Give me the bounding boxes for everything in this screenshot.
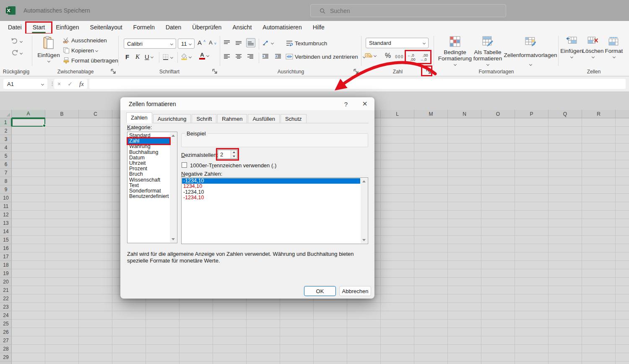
formula-input[interactable]	[89, 79, 626, 89]
scroll-down-arrow[interactable]	[170, 236, 177, 242]
scroll-down-arrow[interactable]	[361, 237, 367, 243]
negative-format-option[interactable]: -1234,10	[182, 178, 360, 184]
ribbon-tab[interactable]: Start	[27, 21, 51, 34]
category-option[interactable]: Wissenschaft	[128, 177, 169, 183]
format-as-table-button[interactable]: Als Tabelle formatieren	[470, 36, 505, 65]
dialog-tab[interactable]: Schutz	[281, 114, 307, 123]
row-header[interactable]: 16	[0, 244, 12, 252]
font-size-select[interactable]: 11	[178, 39, 195, 49]
font-color-button[interactable]: A	[199, 52, 209, 60]
align-top-button[interactable]	[224, 39, 230, 46]
row-header[interactable]: 19	[0, 269, 12, 278]
category-option[interactable]: Währung	[128, 144, 169, 149]
ribbon-tab[interactable]: Hilfe	[307, 21, 330, 34]
dialog-tab[interactable]: Schrift	[192, 114, 216, 123]
ribbon-tab[interactable]: Überprüfen	[187, 21, 227, 34]
selected-cell-a1[interactable]	[12, 118, 45, 127]
autosave-label[interactable]: Automatisches Speichern	[23, 0, 90, 21]
ok-button[interactable]: OK	[304, 286, 336, 296]
enter-entry-icon[interactable]: ✓	[68, 81, 73, 87]
increase-indent-button[interactable]	[275, 53, 281, 60]
row-header[interactable]: 7	[0, 169, 12, 177]
negative-format-option[interactable]: 1234,10	[182, 184, 360, 189]
dialog-tab[interactable]: Ausfüllen	[248, 114, 279, 123]
negative-format-option[interactable]: -1234,10	[182, 190, 360, 195]
row-header[interactable]: 22	[0, 294, 12, 303]
row-header[interactable]: 6	[0, 160, 12, 169]
ribbon-tab[interactable]: Daten	[160, 21, 187, 34]
column-header[interactable]: R	[582, 110, 616, 118]
row-header[interactable]: 13	[0, 219, 12, 227]
search-box[interactable]: Suchen	[310, 4, 506, 17]
row-header[interactable]: 25	[0, 320, 12, 328]
undo-dropdown-chevron[interactable]	[20, 39, 23, 42]
orientation-button[interactable]	[262, 39, 273, 46]
delete-cells-button[interactable]: Löschen	[582, 36, 604, 58]
shrink-font-button[interactable]: A˅	[209, 39, 216, 46]
conditional-formatting-button[interactable]: Bedingte Formatierung	[437, 36, 473, 65]
thousands-checkbox-label[interactable]: 1000er-Trennzeichen verwenden (.)	[190, 162, 276, 169]
bold-button[interactable]: F	[125, 53, 129, 60]
dialog-help-button[interactable]: ?	[344, 101, 348, 108]
font-dialog-launcher[interactable]	[211, 68, 218, 74]
fill-color-chevron[interactable]	[189, 55, 192, 58]
copy-button[interactable]: Kopieren	[63, 47, 98, 54]
column-header[interactable]: C	[79, 110, 112, 118]
decimals-spinner[interactable]: 2	[218, 150, 237, 159]
cell-styles-chevron[interactable]	[529, 63, 532, 66]
insert-cells-chevron[interactable]	[570, 55, 573, 58]
row-header[interactable]: 5	[0, 152, 12, 160]
align-right-button[interactable]	[247, 53, 254, 60]
ribbon-tab[interactable]: Formeln	[128, 21, 160, 34]
row-header[interactable]: 20	[0, 278, 12, 286]
negatives-scrollbar[interactable]	[361, 178, 367, 243]
row-header[interactable]: 14	[0, 227, 12, 236]
column-header[interactable]: B	[45, 110, 79, 118]
ribbon-tab[interactable]: Datei	[3, 21, 27, 34]
row-header[interactable]: 26	[0, 328, 12, 336]
category-scrollbar[interactable]	[170, 133, 177, 242]
font-name-select[interactable]: Calibri	[124, 39, 176, 49]
align-center-button[interactable]	[235, 53, 242, 60]
category-option[interactable]: Zahl	[128, 138, 169, 144]
redo-dropdown-chevron[interactable]	[20, 51, 23, 54]
accounting-format-button[interactable]	[365, 52, 376, 59]
row-header[interactable]: 27	[0, 336, 12, 345]
italic-button[interactable]: K	[135, 53, 140, 60]
category-option[interactable]: Bruch	[128, 172, 169, 177]
category-listbox[interactable]: StandardZahlWährungBuchhaltungDatumUhrze…	[127, 132, 177, 243]
row-header[interactable]: 23	[0, 303, 12, 311]
dialog-tab[interactable]: Ausrichtung	[153, 114, 191, 123]
negative-format-option[interactable]: -1234,10	[182, 195, 360, 200]
spinner-up-button[interactable]	[231, 150, 237, 154]
negatives-listbox[interactable]: -1234,101234,10-1234,10-1234,10	[181, 177, 368, 244]
row-header[interactable]: 8	[0, 177, 12, 185]
font-color-chevron[interactable]	[206, 54, 209, 57]
row-header[interactable]: 2	[0, 127, 12, 135]
decrease-decimal-button[interactable]: ,00 →,0	[419, 51, 431, 63]
format-painter-button[interactable]: Format übertragen	[63, 57, 118, 64]
decrease-indent-button[interactable]	[262, 53, 269, 60]
number-dialog-launcher[interactable]	[425, 68, 431, 74]
underline-button[interactable]: U	[145, 53, 153, 60]
number-format-select[interactable]: Standard	[366, 38, 429, 48]
paste-dropdown-chevron[interactable]	[47, 60, 50, 62]
fill-color-button[interactable]	[181, 53, 191, 60]
cell-styles-button[interactable]: Zellenformatvorlagen	[506, 36, 555, 65]
row-header[interactable]: 1	[0, 118, 12, 127]
thousands-checkbox[interactable]	[182, 162, 187, 168]
underline-chevron[interactable]	[151, 55, 153, 58]
row-header[interactable]: 28	[0, 345, 12, 353]
ribbon-tab[interactable]: Einfügen	[50, 21, 84, 34]
ribbon-tab[interactable]: Ansicht	[227, 21, 257, 34]
copy-dropdown-chevron[interactable]	[95, 49, 98, 52]
category-option[interactable]: Buchhaltung	[128, 150, 169, 155]
accounting-chevron[interactable]	[374, 54, 377, 57]
align-left-button[interactable]	[224, 53, 230, 60]
cancel-entry-icon[interactable]: ×	[57, 81, 61, 87]
insert-cells-button[interactable]: Einfügen	[560, 36, 583, 58]
wrap-text-button[interactable]: Textumbruch	[286, 40, 327, 47]
cut-button[interactable]: Ausschneiden	[63, 37, 107, 44]
dialog-tab[interactable]: Rahmen	[217, 114, 247, 123]
row-header[interactable]: 17	[0, 252, 12, 261]
